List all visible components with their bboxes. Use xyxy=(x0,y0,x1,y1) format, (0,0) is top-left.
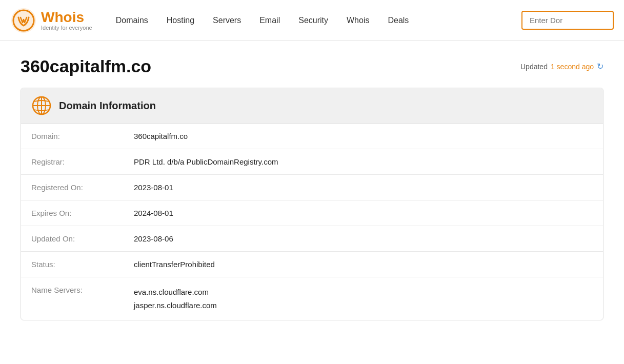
info-card-header: Domain Information xyxy=(21,88,603,124)
header: Whois Identity for everyone Domains Host… xyxy=(0,0,624,41)
nav-item-whois[interactable]: Whois xyxy=(338,12,377,29)
table-row: Domain: 360capitalfm.co xyxy=(21,124,603,149)
nav-item-deals[interactable]: Deals xyxy=(379,12,417,29)
page-content: 360capitalfm.co Updated 1 second ago ↻ D… xyxy=(0,41,624,336)
logo-name: Whois xyxy=(41,10,92,25)
logo[interactable]: Whois Identity for everyone xyxy=(10,7,92,34)
table-row: Registered On: 2023-08-01 xyxy=(21,175,603,200)
domain-value: 360capitalfm.co xyxy=(124,124,603,149)
status-value: clientTransferProhibited xyxy=(124,252,603,277)
nav-item-security[interactable]: Security xyxy=(290,12,336,29)
registered-on-value: 2023-08-01 xyxy=(124,175,603,200)
table-row: Status: clientTransferProhibited xyxy=(21,252,603,277)
updated-label: Updated xyxy=(520,63,548,71)
main-nav: Domains Hosting Servers Email Security W… xyxy=(108,12,521,29)
logo-tagline: Identity for everyone xyxy=(41,25,92,31)
nav-item-domains[interactable]: Domains xyxy=(108,12,156,29)
domain-info-card: Domain Information Domain: 360capitalfm.… xyxy=(21,88,603,320)
updated-on-label: Updated On: xyxy=(21,226,124,252)
updated-time: 1 second ago xyxy=(551,63,594,71)
nameservers-label: Name Servers: xyxy=(21,277,124,320)
registered-on-label: Registered On: xyxy=(21,175,124,200)
logo-icon xyxy=(10,7,37,34)
nameserver-1: eva.ns.cloudflare.com xyxy=(134,286,593,299)
expires-on-value: 2024-08-01 xyxy=(124,200,603,226)
table-row: Registrar: PDR Ltd. d/b/a PublicDomainRe… xyxy=(21,149,603,175)
www-globe-icon xyxy=(31,95,52,116)
info-card-title: Domain Information xyxy=(59,100,156,112)
refresh-icon[interactable]: ↻ xyxy=(597,62,603,71)
expires-on-label: Expires On: xyxy=(21,200,124,226)
updated-info: Updated 1 second ago ↻ xyxy=(520,62,603,71)
registrar-value: PDR Ltd. d/b/a PublicDomainRegistry.com xyxy=(124,149,603,175)
domain-title: 360capitalfm.co xyxy=(21,56,151,76)
nav-item-email[interactable]: Email xyxy=(251,12,288,29)
nav-item-servers[interactable]: Servers xyxy=(205,12,249,29)
table-row: Updated On: 2023-08-06 xyxy=(21,226,603,252)
domain-info-table: Domain: 360capitalfm.co Registrar: PDR L… xyxy=(21,124,603,320)
domain-title-row: 360capitalfm.co Updated 1 second ago ↻ xyxy=(21,56,603,76)
nameserver-2: jasper.ns.cloudflare.com xyxy=(134,299,593,312)
nav-item-hosting[interactable]: Hosting xyxy=(158,12,203,29)
table-row-nameservers: Name Servers: eva.ns.cloudflare.com jasp… xyxy=(21,277,603,320)
registrar-label: Registrar: xyxy=(21,149,124,175)
domain-label: Domain: xyxy=(21,124,124,149)
nameservers-value: eva.ns.cloudflare.com jasper.ns.cloudfla… xyxy=(124,277,603,320)
status-label: Status: xyxy=(21,252,124,277)
domain-search-input[interactable] xyxy=(521,11,614,30)
table-row: Expires On: 2024-08-01 xyxy=(21,200,603,226)
updated-on-value: 2023-08-06 xyxy=(124,226,603,252)
